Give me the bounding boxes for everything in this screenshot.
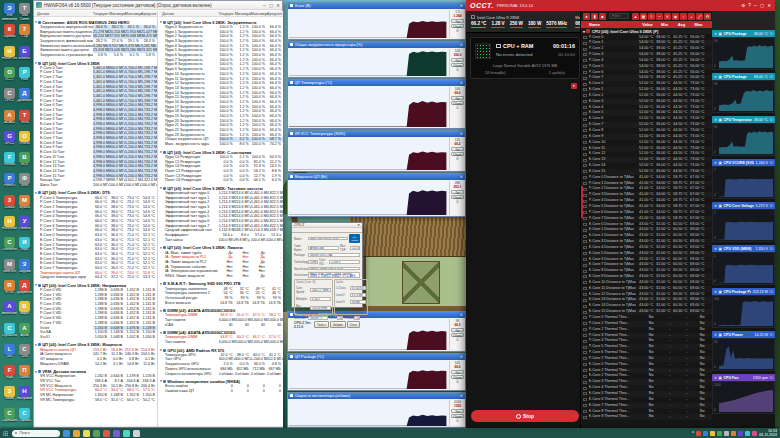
desktop-icon[interactable]: S Steam <box>2 386 17 406</box>
log-button[interactable]: Лог <box>451 409 464 413</box>
reset-button[interactable]: Сброс <box>451 63 464 67</box>
row-checkbox[interactable] <box>583 328 587 331</box>
reset-button[interactable]: Сброс <box>451 24 464 28</box>
row-checkbox[interactable] <box>583 83 587 86</box>
row-checkbox[interactable] <box>583 36 587 39</box>
desktop-icon[interactable]: З Загрузки <box>17 259 32 279</box>
desktop-icon[interactable]: П Панель <box>17 365 32 385</box>
toolbar-icon[interactable]: ✕ <box>664 13 671 20</box>
desktop-icon[interactable]: P Paint <box>17 67 32 87</box>
reset-button[interactable]: Сброс <box>451 414 464 418</box>
row-checkbox[interactable] <box>583 264 587 267</box>
row-checkbox[interactable] <box>583 299 587 302</box>
taskbar-app-icon[interactable] <box>123 430 130 437</box>
toolbar-icon[interactable]: ≡ <box>648 13 655 20</box>
sensor-row[interactable]: Всего записано 14.8 ТБ 14.8 ТБ 14.8 ТБ 1… <box>159 301 283 306</box>
taskbar-app-icon[interactable] <box>113 430 120 437</box>
row-checkbox[interactable] <box>583 100 587 103</box>
close-icon[interactable]: ✕ <box>460 174 463 179</box>
row-checkbox[interactable] <box>583 211 587 214</box>
sensor-row[interactable]: Загруженность страничного файла 5.8 % 5.… <box>34 53 157 58</box>
titlebar-control-icon[interactable]: ─ <box>754 3 757 8</box>
taskbar-search[interactable]: Поиск <box>12 430 60 437</box>
desktop-icon[interactable]: B BIOS <box>17 152 32 172</box>
close-icon[interactable]: ✕ <box>460 354 463 359</box>
close-icon[interactable]: ✕ <box>714 290 717 294</box>
tray-chevron-icon[interactable]: ^ <box>692 430 694 436</box>
taskbar-app-icon[interactable] <box>103 430 110 437</box>
desktop-icon[interactable]: С Скриншоты <box>2 408 17 428</box>
desktop-icon[interactable]: К Корзина <box>2 24 17 44</box>
row-checkbox[interactable] <box>583 281 587 284</box>
titlebar-control-icon[interactable]: ⚙ <box>741 3 745 8</box>
log-button[interactable]: Лог <box>451 19 464 23</box>
reset-button[interactable]: Сброс <box>451 333 464 337</box>
row-checkbox[interactable] <box>583 252 587 255</box>
reset-button[interactable]: Сброс <box>451 152 464 156</box>
close-icon[interactable]: ✕ <box>357 223 360 227</box>
toolbar-icon[interactable]: ▲ <box>632 13 639 20</box>
desktop-icon[interactable]: O OCCT <box>2 67 17 87</box>
taskbar-app-icon[interactable] <box>93 430 100 437</box>
log-button[interactable]: Лог <box>451 147 464 151</box>
graph-header[interactable]: ✕ ▣ CPU Fan 1350 rpm ⓘ <box>712 374 775 381</box>
desktop-icon[interactable]: A AIDA64 <box>2 110 17 130</box>
desktop-icon[interactable]: 3 3DMark <box>2 195 17 215</box>
tray-icon[interactable] <box>745 431 750 436</box>
desktop-icon[interactable]: У Утилиты <box>17 216 32 236</box>
desktop-icon[interactable]: C CPU-Z <box>2 88 17 108</box>
toolbar-icon[interactable]: + <box>688 13 695 20</box>
desktop-icon[interactable]: C Cinebench <box>2 237 17 257</box>
desktop-icon[interactable]: О Отчёты <box>17 131 32 151</box>
sensor-row[interactable]: Скорость вентилятора GPU 0 об/мин 0 об/м… <box>159 372 283 377</box>
socket-select[interactable]: Socket #1 <box>308 316 328 320</box>
toolbar-icon[interactable]: ⚙ <box>704 13 711 20</box>
toolbar-icon[interactable]: ─ <box>656 13 663 20</box>
desktop-icon[interactable]: А Архив <box>17 323 32 343</box>
close-icon[interactable]: ✕ <box>714 376 717 380</box>
tray-icon[interactable] <box>696 431 701 436</box>
desktop-icon[interactable]: F Fraps <box>2 365 17 385</box>
close-icon[interactable]: ✕ <box>714 75 717 79</box>
sensor-row[interactable]: VR MC Температура 58.0 °C 31.0 °C 60.0 °… <box>34 398 157 403</box>
row-checkbox[interactable] <box>583 194 587 197</box>
row-checkbox[interactable] <box>583 42 587 45</box>
graph-window-titlebar[interactable]: Общая загруженность процессора (%) ✕ <box>288 42 465 48</box>
graph-header[interactable]: ✕ ▣ CPU Package 56.00 °C ⓘ <box>712 30 775 37</box>
sensor-row[interactable]: Такт памяти 3,000.0 МГц 3,000.0 МГц 3,00… <box>159 340 283 345</box>
toolbar-icon[interactable]: ▦ <box>640 13 647 20</box>
row-checkbox[interactable] <box>583 404 587 407</box>
titlebar-control-icon[interactable]: ✕ <box>767 3 771 8</box>
row-checkbox[interactable] <box>583 170 587 173</box>
graph-header[interactable]: ✕ ▣ CPU Core Voltage 1.272 V ⓘ <box>712 202 775 209</box>
row-checkbox[interactable] <box>583 357 587 360</box>
toolbar-icon[interactable]: ↑ <box>680 13 687 20</box>
reset-button[interactable]: Сброс <box>451 195 464 199</box>
monitor-row[interactable]: E-Core 9 Thermal Thro... No - - No <box>581 414 712 420</box>
close-icon[interactable]: ✕ <box>460 3 463 8</box>
info-icon[interactable]: ⓘ <box>769 247 773 251</box>
row-checkbox[interactable] <box>583 48 587 51</box>
row-checkbox[interactable] <box>583 164 587 167</box>
graph-window-titlebar[interactable]: Скорость вентилятора (об/мин) ✕ <box>288 393 465 399</box>
tools-button[interactable]: Tools ▾ <box>314 321 329 328</box>
row-checkbox[interactable] <box>583 235 587 238</box>
desktop-icon[interactable]: G GPU-Z <box>2 131 17 151</box>
row-checkbox[interactable] <box>583 340 587 343</box>
desktop-icon[interactable]: М Музыка <box>17 195 32 215</box>
sensor-row[interactable]: Макс. загруженность ядра 100.0 % 8.6 % 1… <box>159 142 283 147</box>
row-checkbox[interactable] <box>583 217 587 220</box>
row-checkbox[interactable] <box>583 106 587 109</box>
record-icon[interactable]: ● <box>583 13 590 20</box>
tray-icon[interactable] <box>731 431 736 436</box>
row-checkbox[interactable] <box>583 71 587 74</box>
row-checkbox[interactable] <box>583 322 587 325</box>
row-checkbox[interactable] <box>583 129 587 132</box>
desktop-icon[interactable]: С Справка <box>17 408 32 428</box>
occt-titlebar[interactable]: OCCT. PERSONAL 13.0.14 ⚙?─▢✕ <box>466 0 775 11</box>
tray-icon[interactable] <box>724 431 729 436</box>
close-icon[interactable]: ✕ <box>460 80 463 85</box>
graph-header[interactable]: ✕ ▣ CPU Power 14.25 W ⓘ <box>712 331 775 338</box>
row-checkbox[interactable] <box>583 334 587 337</box>
info-icon[interactable]: ⓘ <box>769 32 773 36</box>
